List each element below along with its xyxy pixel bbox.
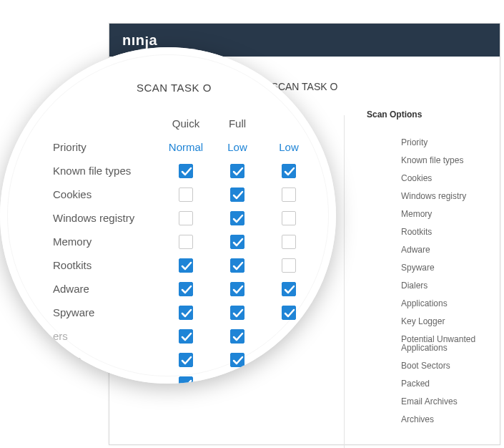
priority-quick-select[interactable]: Normal (169, 141, 203, 153)
checkbox-rootkits-quick[interactable] (179, 258, 193, 273)
bg-option: Boot Sectors (401, 361, 494, 370)
bg-option: Priority (401, 138, 494, 147)
row-spyware: Spyware (53, 301, 325, 324)
checkbox-cookies-quick[interactable] (179, 188, 193, 202)
bg-option: Archives (401, 415, 494, 424)
checkbox-adware-full[interactable] (230, 282, 244, 296)
checkbox-memory-third[interactable] (282, 235, 296, 249)
checkbox-partial2-quick[interactable] (179, 353, 193, 367)
col-quick-header: Quick (160, 117, 212, 130)
bg-option: Potential Unwanted Applications (401, 335, 494, 352)
checkbox-adware-quick[interactable] (179, 282, 193, 296)
checkbox-rootkits-third[interactable] (282, 258, 296, 273)
bg-option: Memory (401, 210, 494, 218)
row-label: Adware (53, 283, 160, 295)
checkbox-known-quick[interactable] (179, 164, 193, 178)
checkbox-registry-third[interactable] (282, 211, 296, 225)
row-label: Memory (53, 235, 160, 248)
bg-option: Windows registry (401, 192, 494, 200)
checkbox-partial2-full[interactable] (230, 353, 244, 367)
checkbox-known-full[interactable] (230, 164, 244, 178)
row-label: s (53, 354, 160, 366)
row-windows-registry: Windows registry (53, 206, 325, 230)
checkbox-cookies-full[interactable] (230, 188, 244, 202)
row-priority: Priority Normal Low Low (53, 135, 325, 159)
row-label: Rootkits (53, 259, 160, 271)
row-label: Known file types (53, 165, 160, 177)
bg-option: Email Archives (401, 397, 494, 406)
lens-title: SCAN TASK O (137, 82, 212, 94)
bg-divider (344, 115, 345, 448)
bg-option: Applications (401, 299, 494, 308)
checkbox-spyware-quick[interactable] (179, 306, 193, 320)
bg-option: Key Logger (401, 317, 494, 326)
bg-option: Rootkits (401, 228, 494, 236)
row-adware: Adware (53, 277, 325, 301)
row-label: Spyware (53, 306, 160, 318)
magnifier-lens: SCAN TASK O Quick Full Priority Normal L… (0, 47, 336, 384)
bg-option: Spyware (401, 263, 494, 272)
checkbox-registry-full[interactable] (230, 211, 244, 225)
checkbox-cookies-third[interactable] (282, 188, 296, 202)
checkbox-registry-quick[interactable] (179, 211, 193, 225)
bg-option: Adware (401, 245, 494, 254)
row-label: ers (53, 330, 160, 342)
checkbox-spyware-third[interactable] (282, 306, 296, 320)
priority-third-select[interactable]: Low (279, 141, 299, 153)
checkbox-rootkits-full[interactable] (230, 258, 244, 273)
checkbox-adware-third[interactable] (282, 282, 296, 296)
bg-options-list: Priority Known file types Cookies Window… (401, 138, 494, 433)
checkbox-memory-full[interactable] (230, 235, 244, 249)
bg-scan-options-heading: Scan Options (367, 109, 422, 120)
app-logo: nınja (122, 32, 157, 49)
bg-option: Packed (401, 379, 494, 388)
bg-option: Cookies (401, 174, 494, 182)
checkbox-known-third[interactable] (282, 164, 296, 178)
row-cookies: Cookies (53, 182, 325, 206)
bg-option: Dialers (401, 281, 494, 290)
row-memory: Memory (53, 230, 325, 253)
checkbox-spyware-full[interactable] (230, 306, 244, 320)
row-rootkits: Rootkits (53, 253, 325, 277)
priority-full-select[interactable]: Low (227, 141, 247, 153)
checkbox-partial1-quick[interactable] (179, 329, 193, 344)
checkbox-memory-quick[interactable] (179, 235, 193, 249)
row-label: Cookies (53, 188, 160, 200)
col-full-header: Full (212, 117, 263, 130)
row-label: Windows registry (53, 212, 160, 224)
bg-option: Known file types (401, 156, 494, 165)
table-header-row: Quick Full (53, 112, 325, 135)
row-known-file-types: Known file types (53, 159, 325, 182)
checkbox-partial1-full[interactable] (230, 329, 244, 344)
row-label: Priority (53, 141, 160, 153)
